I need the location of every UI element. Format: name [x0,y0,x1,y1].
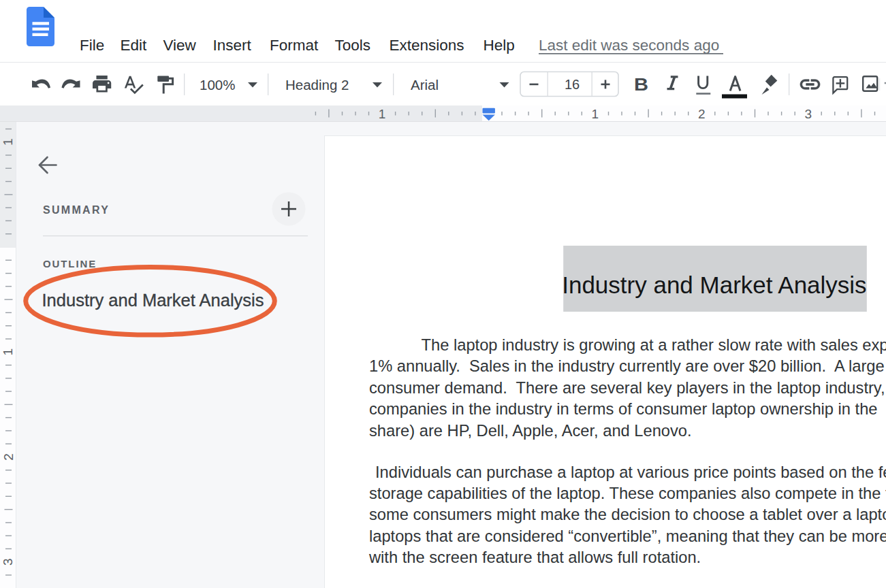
svg-text:companies in the industry in t: companies in the industry in terms of co… [369,400,878,418]
svg-text:with the screen feature that a: with the screen feature that allows full… [368,549,701,566]
svg-text:B: B [634,75,648,94]
svg-text:View: View [163,37,197,54]
svg-text:Help: Help [484,37,515,54]
svg-text:some consumers might make the: some consumers might make the decision t… [369,506,886,523]
svg-text:2: 2 [698,107,706,121]
svg-text:16: 16 [565,77,580,92]
svg-text:1: 1 [592,107,599,121]
svg-text:share) are HP, Dell, Apple, Ac: share) are HP, Dell, Apple, Acer, and Le… [369,422,692,440]
svg-text:1: 1 [1,348,16,356]
svg-text:storage capabilities of the la: storage capabilities of the laptop. Thes… [369,485,886,502]
svg-text:laptops that are considered “c: laptops that are considered “convertible… [369,527,886,545]
svg-text:Insert: Insert [213,37,252,54]
svg-text:Industry and Market Analysis: Industry and Market Analysis [562,272,866,298]
svg-text:Format: Format [270,37,319,54]
svg-text:OUTLINE: OUTLINE [43,258,97,270]
svg-text:Individuals can purchase a lap: Individuals can purchase a laptop at var… [375,463,886,481]
svg-text:Edit: Edit [121,37,148,54]
svg-text:The laptop industry is growing: The laptop industry is growing at a rath… [422,336,886,354]
svg-text:Arial: Arial [411,77,439,93]
svg-text:SUMMARY: SUMMARY [43,204,110,216]
svg-text:Heading 2: Heading 2 [285,77,349,93]
svg-text:Tools: Tools [335,37,371,54]
svg-text:1: 1 [379,107,386,121]
svg-text:Last edit was seconds ago: Last edit was seconds ago [539,37,719,54]
svg-text:1: 1 [1,139,16,146]
svg-text:3: 3 [804,107,812,121]
svg-text:Industry and Market Analysis: Industry and Market Analysis [42,291,264,310]
svg-text:consumer demand. There are se: consumer demand. There are several key p… [369,379,885,397]
svg-text:100%: 100% [200,77,235,93]
svg-text:2: 2 [1,453,16,461]
svg-text:1% annually. Sales in the ind: 1% annually. Sales in the industry curre… [369,357,885,375]
svg-text:Extensions: Extensions [390,37,464,54]
svg-text:File: File [80,37,104,54]
svg-text:3: 3 [1,558,16,566]
